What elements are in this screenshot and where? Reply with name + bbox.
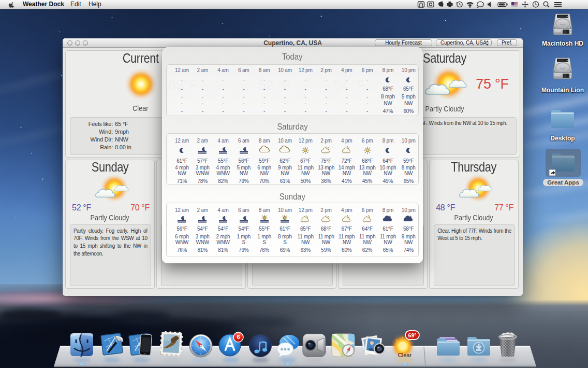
svg-text:6: 6 bbox=[237, 334, 240, 340]
svg-text:69°: 69° bbox=[408, 332, 416, 338]
